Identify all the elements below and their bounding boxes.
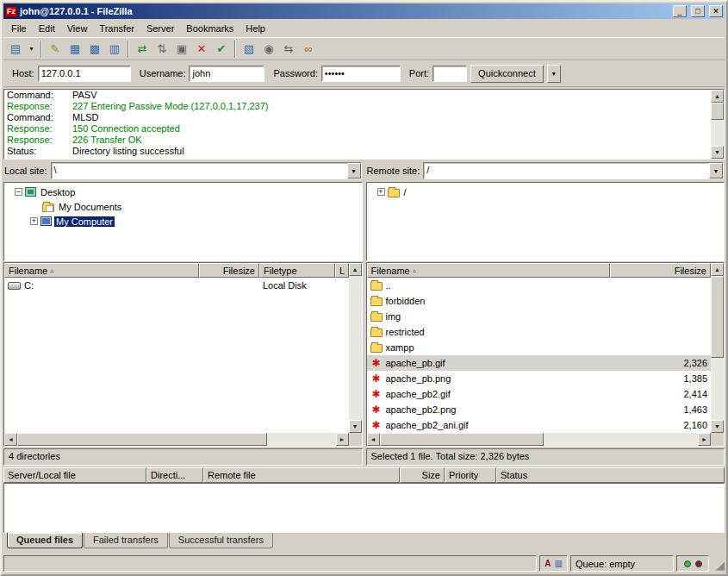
file-row[interactable]: restricted — [367, 324, 712, 340]
process-queue-button[interactable]: ⇅ — [152, 40, 171, 59]
scroll-right-icon[interactable]: ► — [336, 433, 349, 446]
tree-item-label[interactable]: Desktop — [39, 187, 77, 197]
tree-item-label[interactable]: My Documents — [57, 202, 123, 212]
expand-icon[interactable]: + — [377, 188, 385, 196]
file-row[interactable]: ✱apache_pb2.gif 2,414 — [367, 386, 712, 402]
disconnect-button[interactable]: ✔ — [212, 40, 231, 59]
column-header-priority[interactable]: Priority — [445, 467, 496, 483]
log-scrollbar[interactable]: ▲ ▼ — [711, 90, 724, 159]
resize-grip[interactable]: ◢ — [712, 555, 725, 572]
file-row[interactable]: ✱apache_pb.png 1,385 — [367, 371, 712, 386]
file-row-c-drive[interactable]: C: Local Disk — [4, 278, 349, 293]
tab-successful-transfers[interactable]: Successful transfers — [169, 533, 273, 548]
remote-site-value[interactable]: / — [424, 163, 709, 178]
local-list-hscrollbar[interactable]: ◄ ► — [4, 433, 362, 446]
column-header-filesize[interactable]: Filesize — [199, 263, 259, 278]
column-header-lastmodified[interactable]: L — [335, 263, 349, 278]
column-header-filetype[interactable]: Filetype — [259, 263, 335, 278]
menu-bookmarks[interactable]: Bookmarks — [180, 22, 240, 35]
tree-item-root[interactable]: + / — [367, 185, 725, 199]
local-site-combobox[interactable]: \ ▼ — [51, 162, 362, 179]
column-header-server-local-file[interactable]: Server/Local file — [3, 467, 146, 483]
menu-transfer[interactable]: Transfer — [93, 22, 140, 35]
maximize-button[interactable]: □ — [691, 5, 705, 17]
scroll-down-icon[interactable]: ▼ — [711, 146, 724, 159]
menu-view[interactable]: View — [61, 22, 94, 35]
username-input[interactable] — [189, 66, 264, 82]
filter-button[interactable]: ▧ — [240, 40, 258, 59]
scroll-up-icon[interactable]: ▲ — [349, 263, 362, 276]
scroll-track[interactable] — [711, 103, 724, 146]
cancel-operation-button[interactable]: ✕ — [192, 40, 211, 59]
column-header-filename[interactable]: Filename▵ — [367, 263, 610, 278]
scroll-up-icon[interactable]: ▲ — [711, 90, 724, 103]
tree-item-my-documents[interactable]: My Documents — [4, 199, 362, 214]
scroll-track[interactable] — [17, 433, 336, 446]
toggle-remote-tree-button[interactable]: ▩ — [85, 40, 104, 59]
menu-file[interactable]: File — [5, 22, 33, 35]
scroll-down-icon[interactable]: ▼ — [711, 420, 724, 433]
scroll-down-icon[interactable]: ▼ — [349, 420, 362, 433]
column-header-remote-file[interactable]: Remote file — [203, 467, 400, 483]
directory-listing-button[interactable]: ▣ — [172, 40, 191, 59]
collapse-icon[interactable]: − — [15, 188, 22, 196]
scroll-thumb[interactable] — [380, 433, 544, 446]
site-manager-dropdown[interactable]: ▼ — [26, 40, 37, 59]
site-manager-button[interactable]: ▤ — [6, 40, 25, 59]
scroll-track[interactable] — [349, 276, 362, 420]
tree-item-my-computer[interactable]: + My Computer — [4, 214, 362, 229]
menu-server[interactable]: Server — [140, 22, 180, 35]
chevron-down-icon[interactable]: ▼ — [347, 163, 361, 178]
refresh-button[interactable]: ⇄ — [133, 40, 152, 59]
password-input[interactable] — [321, 66, 401, 82]
menu-edit[interactable]: Edit — [33, 22, 61, 35]
file-row[interactable]: ✱apache_pb2_ani.gif 2,160 — [367, 417, 712, 433]
file-row[interactable]: .. — [367, 278, 712, 293]
column-header-size[interactable]: Size — [400, 467, 445, 483]
minimize-button[interactable]: _ — [673, 5, 687, 17]
toggle-message-log-button[interactable]: ✎ — [46, 40, 65, 59]
tab-queued-files[interactable]: Queued files — [7, 533, 83, 548]
chevron-down-icon[interactable]: ▼ — [709, 163, 723, 178]
tree-item-label[interactable]: My Computer — [54, 216, 115, 227]
file-row[interactable]: xampp — [367, 340, 712, 355]
file-row[interactable]: forbidden — [367, 293, 712, 309]
tree-item-desktop[interactable]: − Desktop — [4, 185, 362, 199]
title-bar[interactable]: Fz john@127.0.0.1 - FileZilla _ □ ✕ — [3, 3, 725, 19]
column-header-direction[interactable]: Directi... — [146, 467, 203, 483]
scroll-thumb[interactable] — [711, 276, 724, 358]
menu-help[interactable]: Help — [240, 22, 271, 35]
scroll-up-icon[interactable]: ▲ — [711, 263, 724, 276]
column-header-filesize[interactable]: Filesize — [610, 263, 712, 278]
tab-failed-transfers[interactable]: Failed transfers — [84, 533, 168, 548]
remote-list-vscrollbar[interactable]: ▲ ▼ — [711, 263, 724, 433]
file-row-selected[interactable]: ✱apache_pb.gif 2,326 — [367, 355, 712, 371]
close-button[interactable]: ✕ — [709, 5, 723, 17]
scroll-track[interactable] — [380, 433, 699, 446]
expand-icon[interactable]: + — [30, 217, 38, 225]
tree-item-label[interactable]: / — [402, 187, 408, 197]
directory-comparison-button[interactable]: ◉ — [259, 40, 278, 59]
local-site-value[interactable]: \ — [52, 163, 347, 178]
scroll-thumb[interactable] — [711, 103, 724, 120]
scroll-left-icon[interactable]: ◄ — [4, 433, 17, 446]
toggle-local-tree-button[interactable]: ▦ — [65, 40, 84, 59]
sync-browsing-button[interactable]: ⇆ — [279, 40, 298, 59]
port-input[interactable] — [432, 66, 467, 82]
scroll-thumb[interactable] — [17, 433, 267, 446]
remote-list-hscrollbar[interactable]: ◄ ► — [367, 433, 725, 446]
toggle-queue-button[interactable]: ▥ — [105, 40, 124, 59]
find-files-button[interactable]: ∞ — [299, 40, 318, 59]
column-header-filename[interactable]: Filename▵ — [4, 263, 199, 278]
scroll-left-icon[interactable]: ◄ — [367, 433, 380, 446]
file-row[interactable]: ✱apache_pb2.png 1,463 — [367, 402, 712, 417]
column-header-status[interactable]: Status — [496, 467, 725, 483]
file-row[interactable]: img — [367, 309, 712, 324]
scroll-track[interactable] — [711, 276, 724, 420]
local-list-vscrollbar[interactable]: ▲ ▼ — [349, 263, 362, 433]
remote-site-combobox[interactable]: / ▼ — [423, 162, 724, 179]
quickconnect-button[interactable]: Quickconnect — [470, 65, 544, 83]
host-input[interactable] — [38, 66, 131, 82]
quickconnect-dropdown[interactable]: ▼ — [547, 65, 561, 83]
scroll-right-icon[interactable]: ► — [698, 433, 711, 446]
